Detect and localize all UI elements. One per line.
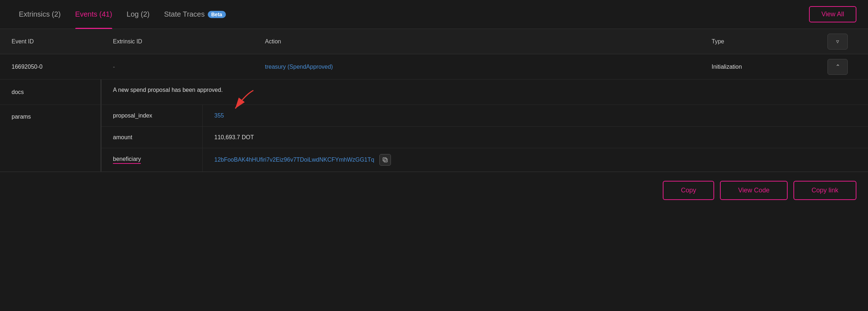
event-row: 16692050-0 - treasury (SpendApproved) In… [0,54,868,80]
view-code-button[interactable]: View Code [720,181,788,200]
type-value: Initialization [712,64,827,70]
expand-button[interactable]: ⌃ [827,59,848,75]
tab-bar: Extrinsics (2) Events (41) Log (2) State… [0,0,868,29]
tab-events-label: Events (41) [75,10,112,18]
page-container: Extrinsics (2) Events (41) Log (2) State… [0,0,868,311]
copy-button[interactable]: Copy [663,181,714,200]
param-key-beneficiary: beneficiary [101,148,203,171]
col-event-id: Event ID [12,38,113,45]
state-traces-badge: Beta [208,11,226,18]
param-value-amount: 110,693.7 DOT [203,128,868,146]
beneficiary-address-link[interactable]: 12bFooBAK4hHUfiri7v2Eiz96v7TDoiLwdNKCFYm… [214,157,374,163]
extrinsic-id-value: - [113,64,265,70]
beneficiary-key-label: beneficiary [113,156,141,164]
param-row-beneficiary: beneficiary 12bFooBAK4hHUfiri7v2Eiz96v7T… [101,148,868,171]
col-action: Action [265,38,712,45]
param-value-beneficiary: 12bFooBAK4hHUfiri7v2Eiz96v7TDoiLwdNKCFYm… [203,148,868,171]
tab-extrinsics[interactable]: Extrinsics (2) [12,0,68,29]
tab-extrinsics-label: Extrinsics (2) [19,10,61,18]
param-key-proposal-index: proposal_index [101,105,203,126]
action-buttons-row: Copy View Code Copy link [0,172,868,209]
expand-icon: ⌃ [835,63,840,70]
table-header: Event ID Extrinsic ID Action Type ▿ [0,29,868,54]
params-rows: proposal_index 355 [101,105,868,171]
param-row-amount: amount 110,693.7 DOT [101,127,868,148]
docs-key: docs [0,80,101,105]
copy-link-button[interactable]: Copy link [793,181,856,200]
tab-state-traces[interactable]: State Traces Beta [157,0,233,29]
docs-value: A new spend proposal has been approved. [101,80,868,101]
param-value-proposal-index: 355 [203,107,868,125]
filter-button[interactable]: ▿ [827,34,848,50]
tab-log-label: Log (2) [127,10,149,18]
action-value: treasury (SpendApproved) [265,64,712,70]
svg-rect-2 [383,158,386,161]
tab-state-traces-label: State Traces [164,10,205,18]
params-key: params [0,105,101,171]
copy-address-icon[interactable] [379,154,391,166]
svg-rect-1 [384,159,387,162]
col-type: Type [712,38,827,45]
action-link[interactable]: treasury (SpendApproved) [265,64,333,70]
docs-row: docs A new spend proposal has been appro… [0,80,868,105]
params-section: params proposal_index [0,105,868,172]
view-all-button[interactable]: View All [809,6,856,22]
event-id-value: 16692050-0 [12,64,113,70]
tab-log[interactable]: Log (2) [119,0,157,29]
param-row-proposal-index: proposal_index 355 [101,105,868,127]
filter-icon: ▿ [836,38,839,45]
col-extrinsic-id: Extrinsic ID [113,38,265,45]
param-key-amount: amount [101,127,203,148]
tab-events[interactable]: Events (41) [68,0,119,29]
proposal-index-link[interactable]: 355 [214,112,224,119]
detail-area: docs A new spend proposal has been appro… [0,80,868,172]
